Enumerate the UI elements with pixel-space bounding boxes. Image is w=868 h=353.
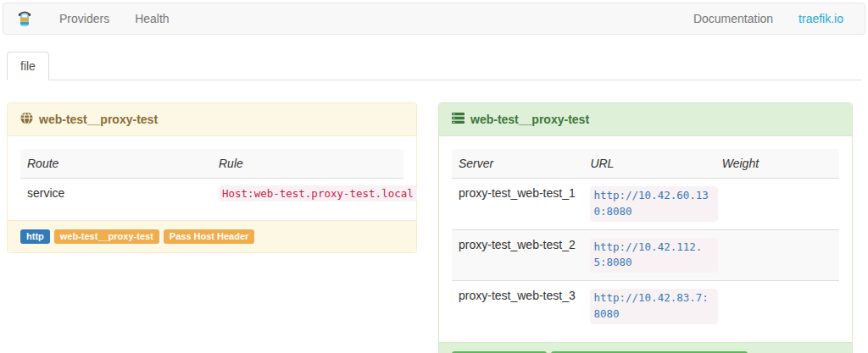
frontend-panel-title: web-test__proxy-test (39, 113, 158, 126)
backend-panel-footer: Load Balancer: drr Circuit Breaker: Netw… (439, 342, 852, 353)
main-content: web-test__proxy-test Route Rule service … (0, 102, 868, 353)
rule-cell: Host:web-test.proxy-test.local (212, 179, 403, 210)
backend-table: Server URL Weight proxy-test_web-test_1 … (452, 149, 839, 332)
url-cell: http://10.42.60.130:8080 (583, 179, 715, 230)
server-cell: proxy-test_web-test_2 (452, 229, 583, 281)
table-row: proxy-test_web-test_2 http://10.42.112.5… (452, 229, 839, 281)
frontend-panel-body: Route Rule service Host:web-test.proxy-t… (8, 136, 416, 220)
frontend-table: Route Rule service Host:web-test.proxy-t… (20, 149, 403, 210)
badge-pass-host-header: Pass Host Header (164, 229, 255, 244)
frontend-panel-header: web-test__proxy-test (8, 103, 416, 136)
column-header-server: Server (452, 149, 583, 179)
backend-table-header-row: Server URL Weight (452, 149, 839, 179)
badge-backend-name: web-test__proxy-test (54, 229, 159, 244)
weight-cell (715, 229, 839, 281)
table-row: service Host:web-test.proxy-test.local (20, 179, 403, 210)
globe-icon (20, 112, 33, 127)
nav-item-health[interactable]: Health (122, 12, 181, 25)
nav-item-documentation[interactable]: Documentation (681, 12, 786, 25)
badge-entrypoint-http: http (20, 229, 50, 244)
server-cell: proxy-test_web-test_3 (452, 281, 583, 332)
weight-cell (715, 179, 839, 230)
weight-cell (715, 281, 839, 332)
table-row: proxy-test_web-test_1 http://10.42.60.13… (452, 179, 839, 230)
nav-item-providers[interactable]: Providers (47, 12, 122, 25)
nav-item-traefik-io[interactable]: traefik.io (786, 12, 865, 25)
column-header-weight: Weight (715, 149, 839, 179)
backend-panel-header: web-test__proxy-test (439, 103, 852, 136)
route-cell: service (20, 179, 212, 210)
frontend-panel-footer: http web-test__proxy-test Pass Host Head… (8, 220, 416, 252)
provider-tabs: file (7, 52, 861, 80)
column-header-url: URL (583, 149, 715, 179)
traefik-logo-icon[interactable] (18, 11, 31, 27)
navbar: Providers Health Documentation traefik.i… (3, 3, 865, 35)
servers-icon (452, 112, 465, 127)
url-cell: http://10.42.112.5:8080 (583, 229, 715, 281)
frontend-panel: web-test__proxy-test Route Rule service … (7, 102, 417, 253)
server-url-code: http://10.42.83.7:8080 (590, 289, 718, 324)
server-cell: proxy-test_web-test_1 (452, 179, 583, 230)
tab-file[interactable]: file (7, 52, 49, 80)
url-cell: http://10.42.83.7:8080 (583, 281, 715, 332)
rule-code: Host:web-test.proxy-test.local (219, 185, 417, 201)
server-url-code: http://10.42.60.130:8080 (590, 186, 718, 222)
backend-panel: web-test__proxy-test Server URL Weight p… (438, 102, 853, 353)
backend-panel-body: Server URL Weight proxy-test_web-test_1 … (439, 136, 852, 342)
column-header-route: Route (20, 149, 212, 179)
table-row: proxy-test_web-test_3 http://10.42.83.7:… (452, 281, 839, 332)
server-url-code: http://10.42.112.5:8080 (590, 238, 718, 273)
column-header-rule: Rule (212, 149, 403, 179)
frontend-table-header-row: Route Rule (20, 149, 403, 179)
backend-panel-title: web-test__proxy-test (470, 113, 589, 126)
